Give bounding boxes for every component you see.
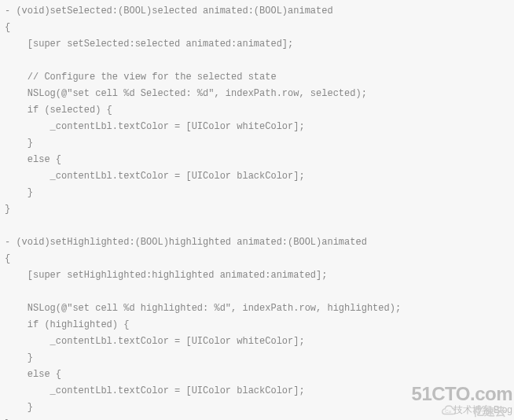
svg-text:Co: Co xyxy=(445,408,451,414)
code-block: - (void)setSelected:(BOOL)selected anima… xyxy=(0,3,514,420)
cloud-icon: Co xyxy=(435,404,457,418)
watermark-yisu: 亿速云 xyxy=(473,406,506,418)
